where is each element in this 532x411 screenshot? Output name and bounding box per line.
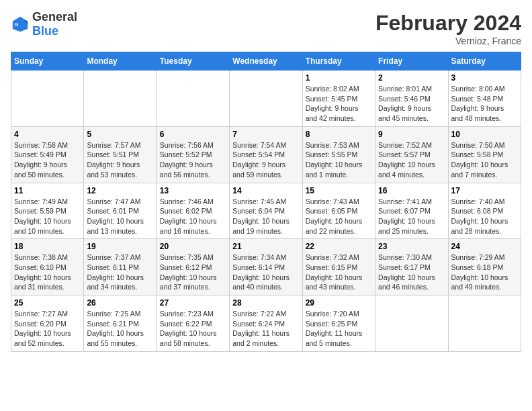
- day-info: Sunrise: 7:35 AM Sunset: 6:12 PM Dayligh…: [160, 253, 226, 292]
- calendar-cell: 17Sunrise: 7:40 AM Sunset: 6:08 PM Dayli…: [448, 183, 521, 239]
- calendar-table: SundayMondayTuesdayWednesdayThursdayFrid…: [11, 52, 521, 352]
- week-row-1: 1Sunrise: 8:02 AM Sunset: 5:45 PM Daylig…: [11, 71, 521, 127]
- day-info: Sunrise: 7:45 AM Sunset: 6:04 PM Dayligh…: [232, 197, 299, 236]
- day-info: Sunrise: 7:49 AM Sunset: 5:59 PM Dayligh…: [14, 197, 81, 236]
- day-number: 26: [87, 298, 153, 308]
- day-number: 10: [451, 130, 518, 139]
- day-info: Sunrise: 7:54 AM Sunset: 5:54 PM Dayligh…: [232, 140, 299, 180]
- calendar-cell: [157, 71, 229, 127]
- day-header-wednesday: Wednesday: [230, 52, 302, 71]
- calendar-cell: 28Sunrise: 7:22 AM Sunset: 6:24 PM Dayli…: [230, 295, 302, 352]
- calendar-cell: 16Sunrise: 7:41 AM Sunset: 6:07 PM Dayli…: [375, 183, 448, 239]
- calendar-cell: 26Sunrise: 7:25 AM Sunset: 6:21 PM Dayli…: [84, 295, 157, 352]
- day-info: Sunrise: 7:43 AM Sunset: 6:05 PM Dayligh…: [306, 197, 372, 236]
- day-number: 12: [87, 186, 153, 195]
- day-header-thursday: Thursday: [302, 52, 375, 71]
- week-row-5: 25Sunrise: 7:27 AM Sunset: 6:20 PM Dayli…: [11, 295, 521, 352]
- day-info: Sunrise: 7:57 AM Sunset: 5:51 PM Dayligh…: [87, 140, 153, 180]
- location-text: Vernioz, France: [375, 36, 521, 46]
- day-info: Sunrise: 7:32 AM Sunset: 6:15 PM Dayligh…: [306, 253, 372, 292]
- calendar-cell: 5Sunrise: 7:57 AM Sunset: 5:51 PM Daylig…: [84, 126, 157, 183]
- day-info: Sunrise: 7:40 AM Sunset: 6:08 PM Dayligh…: [451, 197, 518, 236]
- calendar-cell: 23Sunrise: 7:30 AM Sunset: 6:17 PM Dayli…: [375, 239, 448, 295]
- logo-text: General Blue: [32, 11, 77, 38]
- day-number: 8: [306, 130, 372, 139]
- calendar-cell: [11, 71, 84, 127]
- day-number: 28: [232, 298, 299, 308]
- calendar-cell: 15Sunrise: 7:43 AM Sunset: 6:05 PM Dayli…: [302, 183, 375, 239]
- day-info: Sunrise: 7:47 AM Sunset: 6:01 PM Dayligh…: [87, 197, 153, 236]
- day-info: Sunrise: 8:00 AM Sunset: 5:48 PM Dayligh…: [451, 84, 518, 124]
- day-header-sunday: Sunday: [11, 52, 84, 71]
- title-block: February 2024 Vernioz, France: [375, 11, 521, 46]
- day-number: 20: [160, 242, 226, 251]
- day-number: 16: [378, 186, 445, 195]
- week-row-3: 11Sunrise: 7:49 AM Sunset: 5:59 PM Dayli…: [11, 183, 521, 239]
- day-number: 17: [451, 186, 518, 195]
- page-header: G General Blue February 2024 Vernioz, Fr…: [11, 11, 521, 46]
- day-info: Sunrise: 7:37 AM Sunset: 6:11 PM Dayligh…: [87, 253, 153, 292]
- day-number: 21: [232, 242, 299, 251]
- day-header-friday: Friday: [375, 52, 448, 71]
- day-number: 3: [451, 73, 518, 83]
- calendar-cell: 22Sunrise: 7:32 AM Sunset: 6:15 PM Dayli…: [302, 239, 375, 295]
- week-row-4: 18Sunrise: 7:38 AM Sunset: 6:10 PM Dayli…: [11, 239, 521, 295]
- logo-blue-text: Blue: [32, 24, 58, 38]
- svg-text:G: G: [15, 21, 19, 28]
- month-year-title: February 2024: [375, 11, 521, 36]
- calendar-cell: 12Sunrise: 7:47 AM Sunset: 6:01 PM Dayli…: [84, 183, 157, 239]
- day-info: Sunrise: 7:23 AM Sunset: 6:22 PM Dayligh…: [160, 309, 226, 349]
- calendar-cell: 21Sunrise: 7:34 AM Sunset: 6:14 PM Dayli…: [230, 239, 302, 295]
- calendar-cell: 14Sunrise: 7:45 AM Sunset: 6:04 PM Dayli…: [230, 183, 302, 239]
- day-number: 27: [160, 298, 226, 308]
- day-number: 29: [306, 298, 372, 308]
- logo-general-text: General: [32, 10, 77, 24]
- calendar-cell: [375, 295, 448, 352]
- calendar-cell: 7Sunrise: 7:54 AM Sunset: 5:54 PM Daylig…: [230, 126, 302, 183]
- calendar-cell: 13Sunrise: 7:46 AM Sunset: 6:02 PM Dayli…: [157, 183, 229, 239]
- day-info: Sunrise: 7:29 AM Sunset: 6:18 PM Dayligh…: [451, 253, 518, 292]
- day-info: Sunrise: 7:30 AM Sunset: 6:17 PM Dayligh…: [378, 253, 445, 292]
- calendar-cell: [230, 71, 302, 127]
- day-number: 24: [451, 242, 518, 251]
- calendar-cell: 6Sunrise: 7:56 AM Sunset: 5:52 PM Daylig…: [157, 126, 229, 183]
- day-info: Sunrise: 7:52 AM Sunset: 5:57 PM Dayligh…: [378, 140, 445, 180]
- calendar-cell: 4Sunrise: 7:58 AM Sunset: 5:49 PM Daylig…: [11, 126, 84, 183]
- day-header-monday: Monday: [84, 52, 157, 71]
- day-number: 19: [87, 242, 153, 251]
- calendar-cell: 10Sunrise: 7:50 AM Sunset: 5:58 PM Dayli…: [448, 126, 521, 183]
- day-info: Sunrise: 7:34 AM Sunset: 6:14 PM Dayligh…: [232, 253, 299, 292]
- day-number: 15: [306, 186, 372, 195]
- calendar-cell: 1Sunrise: 8:02 AM Sunset: 5:45 PM Daylig…: [302, 71, 375, 127]
- calendar-cell: 18Sunrise: 7:38 AM Sunset: 6:10 PM Dayli…: [11, 239, 84, 295]
- day-number: 4: [14, 130, 81, 139]
- week-row-2: 4Sunrise: 7:58 AM Sunset: 5:49 PM Daylig…: [11, 126, 521, 183]
- day-header-tuesday: Tuesday: [157, 52, 229, 71]
- calendar-cell: 25Sunrise: 7:27 AM Sunset: 6:20 PM Dayli…: [11, 295, 84, 352]
- logo-icon: G: [11, 15, 30, 34]
- calendar-cell: [448, 295, 521, 352]
- day-info: Sunrise: 7:46 AM Sunset: 6:02 PM Dayligh…: [160, 197, 226, 236]
- day-number: 5: [87, 130, 153, 139]
- logo: G General Blue: [11, 11, 77, 38]
- header-row: SundayMondayTuesdayWednesdayThursdayFrid…: [11, 52, 521, 71]
- calendar-cell: 24Sunrise: 7:29 AM Sunset: 6:18 PM Dayli…: [448, 239, 521, 295]
- calendar-cell: 20Sunrise: 7:35 AM Sunset: 6:12 PM Dayli…: [157, 239, 229, 295]
- calendar-cell: 3Sunrise: 8:00 AM Sunset: 5:48 PM Daylig…: [448, 71, 521, 127]
- day-info: Sunrise: 7:38 AM Sunset: 6:10 PM Dayligh…: [14, 253, 81, 292]
- day-number: 22: [306, 242, 372, 251]
- day-info: Sunrise: 7:20 AM Sunset: 6:25 PM Dayligh…: [306, 309, 372, 349]
- day-info: Sunrise: 7:56 AM Sunset: 5:52 PM Dayligh…: [160, 140, 226, 180]
- day-number: 11: [14, 186, 81, 195]
- day-info: Sunrise: 7:27 AM Sunset: 6:20 PM Dayligh…: [14, 309, 81, 349]
- day-info: Sunrise: 8:01 AM Sunset: 5:46 PM Dayligh…: [378, 84, 445, 124]
- day-header-saturday: Saturday: [448, 52, 521, 71]
- calendar-cell: 27Sunrise: 7:23 AM Sunset: 6:22 PM Dayli…: [157, 295, 229, 352]
- day-number: 9: [378, 130, 445, 139]
- calendar-cell: 19Sunrise: 7:37 AM Sunset: 6:11 PM Dayli…: [84, 239, 157, 295]
- day-number: 2: [378, 73, 445, 83]
- day-number: 25: [14, 298, 81, 308]
- day-info: Sunrise: 7:53 AM Sunset: 5:55 PM Dayligh…: [306, 140, 372, 180]
- day-info: Sunrise: 8:02 AM Sunset: 5:45 PM Dayligh…: [306, 84, 372, 124]
- calendar-cell: 2Sunrise: 8:01 AM Sunset: 5:46 PM Daylig…: [375, 71, 448, 127]
